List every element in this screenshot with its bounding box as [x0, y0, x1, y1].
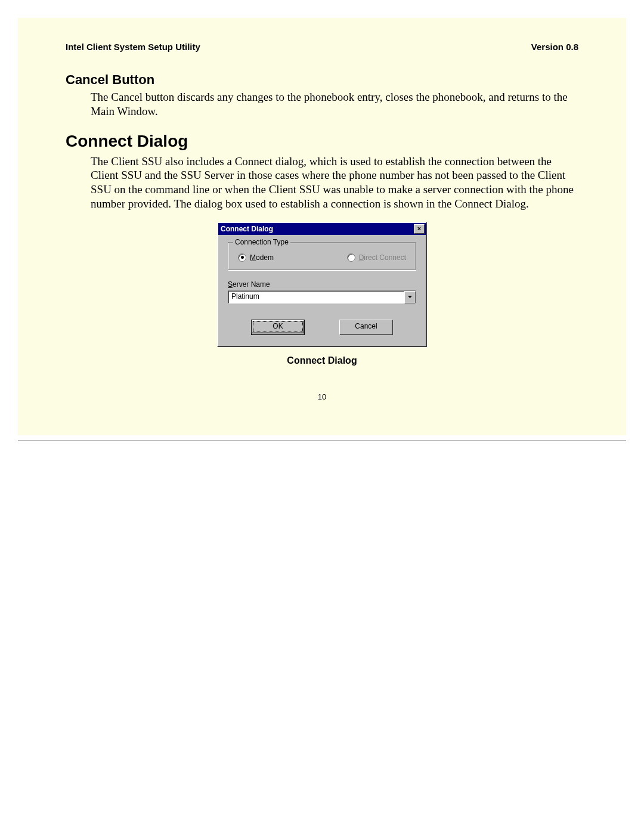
section-body-cancel-button: The Cancel button discards any changes t…	[91, 90, 578, 119]
radio-icon	[238, 253, 246, 262]
connect-dialog-window: Connect Dialog × Connection Type Modem	[217, 222, 427, 347]
server-name-input[interactable]: Platinum	[228, 291, 404, 304]
ok-button[interactable]: OK	[251, 320, 305, 335]
server-name-combobox[interactable]: Platinum	[228, 290, 416, 304]
dialog-titlebar[interactable]: Connect Dialog ×	[218, 223, 426, 235]
running-header: Intel Client System Setup Utility Versio…	[66, 42, 578, 52]
cancel-button[interactable]: Cancel	[339, 320, 393, 335]
section-body-connect-dialog: The Client SSU also includes a Connect d…	[91, 154, 578, 211]
radio-icon	[347, 253, 355, 262]
connection-type-group: Connection Type Modem Direct Connect	[228, 242, 416, 271]
page-number: 10	[66, 392, 578, 401]
connection-type-legend: Connection Type	[233, 238, 290, 246]
radio-direct-label: Direct Connect	[359, 253, 406, 262]
document-page: Intel Client System Setup Utility Versio…	[18, 18, 626, 435]
radio-modem[interactable]: Modem	[238, 253, 274, 262]
server-name-label: Server Name	[228, 280, 416, 289]
section-heading-connect-dialog: Connect Dialog	[66, 132, 578, 151]
close-icon: ×	[417, 225, 421, 232]
page-content: Intel Client System Setup Utility Versio…	[18, 18, 626, 435]
page-divider	[18, 440, 626, 441]
figure-caption: Connect Dialog	[287, 355, 357, 366]
connection-type-options: Modem Direct Connect	[234, 253, 410, 262]
section-heading-cancel-button: Cancel Button	[66, 72, 578, 88]
dialog-button-row: OK Cancel	[228, 320, 416, 335]
dialog-title: Connect Dialog	[221, 225, 273, 233]
close-button[interactable]: ×	[414, 224, 425, 234]
figure-wrapper: Connect Dialog × Connection Type Modem	[66, 222, 578, 401]
header-left: Intel Client System Setup Utility	[66, 42, 200, 52]
header-right: Version 0.8	[531, 42, 578, 52]
dialog-body: Connection Type Modem Direct Connect	[218, 235, 426, 346]
radio-direct-connect: Direct Connect	[347, 253, 406, 262]
chevron-down-icon	[408, 296, 412, 298]
svg-marker-0	[408, 296, 412, 298]
server-name-dropdown-button[interactable]	[404, 291, 416, 304]
radio-modem-label: Modem	[250, 253, 274, 262]
